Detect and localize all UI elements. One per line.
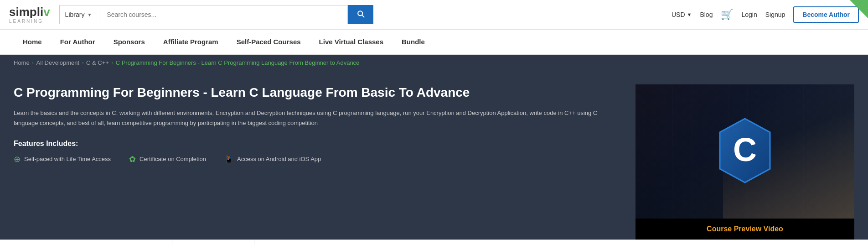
author-section: AUTHOR Piroz Amin [0,240,90,245]
search-icon [356,9,365,21]
nav-self-paced[interactable]: Self-Paced Courses [227,29,310,54]
course-title: C Programming For Beginners - Learn C La… [14,84,617,101]
currency-chevron-icon: ▼ [687,12,692,17]
svg-text:C: C [733,131,757,168]
search-button[interactable] [348,5,373,24]
breadcrumb-cpp[interactable]: C & C++ [86,59,109,66]
features-label: Features Includes: [14,140,617,148]
login-link[interactable]: Login [741,11,757,18]
breadcrumb: Home • All Development • C & C++ • C Pro… [0,55,868,71]
certificate-icon: ✿ [129,154,136,164]
breadcrumb-dot-1: • [32,61,34,65]
become-author-button[interactable]: Become Author [793,6,859,23]
mobile-icon: 📱 [224,155,233,163]
features-list: ⊕ Self-paced with Life Time Access ✿ Cer… [14,154,617,164]
logo-subtitle: LEARNING [9,19,50,24]
categories-section: CATEGORIES All Development [90,240,172,245]
search-bar [100,5,373,24]
currency-selector[interactable]: USD ▼ [672,11,692,18]
feature-self-paced-text: Self-paced with Life Time Access [24,156,111,162]
blog-link[interactable]: Blog [700,11,713,18]
c-logo-hex: C [715,116,775,187]
breadcrumb-home[interactable]: Home [14,59,30,66]
nav-bundle[interactable]: Bundle [393,29,434,54]
top-right-nav: USD ▼ Blog 🛒 Login Signup Become Author [672,6,859,23]
rating-section: ★★★★★ 0 Students Enrolled [254,240,336,245]
breadcrumb-dot-2: • [82,61,83,65]
video-panel[interactable]: C Course Preview Video [636,84,854,240]
feature-mobile-text: Access on Android and iOS App [237,156,321,162]
feature-self-paced: ⊕ Self-paced with Life Time Access [14,154,111,164]
logo[interactable]: simpliv LEARNING [9,6,50,24]
logo-check: v [43,5,50,19]
cart-icon[interactable]: 🛒 [721,9,733,21]
feature-certificate: ✿ Certificate on Completion [129,154,206,164]
main-navigation: Home For Author Sponsors Affiliate Progr… [0,30,868,55]
course-description: Learn the basics and the concepts in C, … [14,108,617,128]
breadcrumb-all-dev[interactable]: All Development [36,59,80,66]
hero-content: C Programming For Beginners - Learn C La… [14,84,636,240]
breadcrumb-dot-3: • [112,61,113,65]
duration-section: DURATION 05.12.19 [172,240,254,245]
signup-link[interactable]: Signup [765,11,785,18]
nav-affiliate[interactable]: Affiliate Program [154,29,227,54]
hero-section: C Programming For Beginners - Learn C La… [0,71,868,240]
search-input[interactable] [100,5,348,24]
nav-for-author[interactable]: For Author [51,29,104,54]
logo-text: simpliv [9,6,50,18]
top-navigation: simpliv LEARNING Library ▼ USD ▼ Blog 🛒 … [0,0,868,30]
nav-live-virtual[interactable]: Live Virtual Classes [310,29,393,54]
chevron-down-icon: ▼ [87,12,92,17]
video-thumbnail[interactable]: C [636,84,854,219]
video-footer[interactable]: Course Preview Video [636,219,854,240]
video-footer-text: Course Preview Video [707,225,783,233]
info-bar: AUTHOR Piroz Amin CATEGORIES All Develop… [0,240,868,245]
nav-home[interactable]: Home [14,29,51,54]
breadcrumb-current: C Programming For Beginners - Learn C Pr… [116,59,360,66]
feature-mobile: 📱 Access on Android and iOS App [224,155,321,163]
library-dropdown[interactable]: Library ▼ [59,5,100,24]
nav-sponsors[interactable]: Sponsors [104,29,154,54]
self-paced-icon: ⊕ [14,154,21,164]
feature-certificate-text: Certificate on Completion [140,156,206,162]
